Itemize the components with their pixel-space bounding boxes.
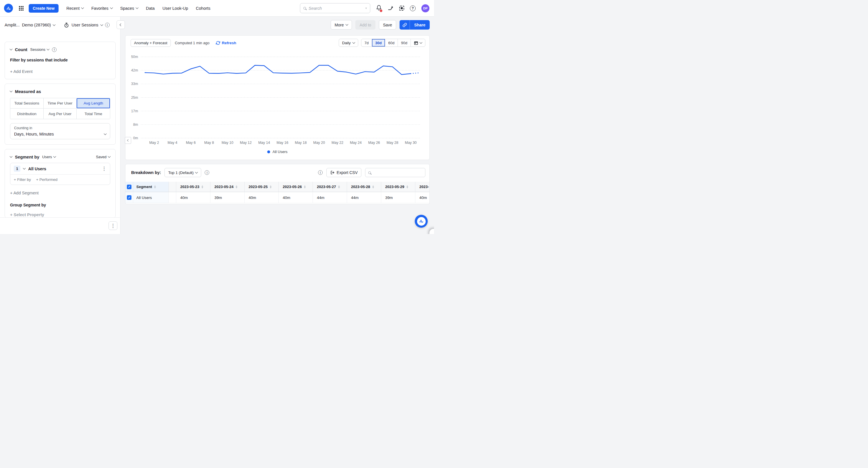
table-header-row: ✓ Segment 2023-05-23 2023-05-24 2023-05-… — [125, 182, 429, 192]
nav-item-recent[interactable]: Recent — [66, 6, 84, 11]
add-to-button[interactable]: Add to — [355, 20, 375, 30]
copy-link-button[interactable] — [400, 20, 410, 30]
breakdown-table: ✓ Segment 2023-05-23 2023-05-24 2023-05-… — [125, 182, 429, 203]
amplitude-assistant-button[interactable] — [415, 215, 428, 228]
date-column-header[interactable]: 2023-05-29 — [381, 182, 415, 192]
info-icon[interactable]: i — [105, 23, 110, 27]
row-segment-cell[interactable]: All Users — [133, 192, 169, 203]
share-button[interactable]: Share — [410, 20, 430, 30]
collapse-sidebar-button[interactable] — [117, 21, 125, 29]
counting-in-select[interactable]: Counting in Days, Hours, Minutes — [10, 123, 110, 139]
search-icon — [368, 171, 371, 174]
sort-icon[interactable] — [154, 185, 156, 188]
custom-date-button[interactable] — [410, 39, 425, 46]
project-name[interactable]: Demo (287960) — [22, 23, 51, 27]
nav-item-user-lookup[interactable]: User Look-Up — [162, 6, 188, 11]
performed-button[interactable]: + Performed — [36, 178, 58, 182]
add-segment-button[interactable]: + Add Segment — [10, 191, 110, 195]
breakdown-selector[interactable]: Top 1 (Default) — [164, 168, 202, 177]
breakdown-header: Breakdown by: Top 1 (Default) i i Export… — [125, 164, 429, 177]
chevron-down-icon[interactable] — [100, 23, 103, 26]
date-column-header[interactable]: 2023-05-26 — [279, 182, 313, 192]
chevron-down-icon — [420, 41, 423, 44]
legend-label[interactable]: All Users — [272, 150, 287, 154]
nav-item-spaces[interactable]: Spaces — [120, 6, 138, 11]
range-90d[interactable]: 90d — [398, 39, 410, 46]
org-name[interactable]: Amplit... — [5, 23, 20, 27]
sidebar-more-button[interactable]: ⋮ — [108, 221, 117, 230]
sort-icon[interactable] — [304, 185, 306, 188]
collapse-section-icon[interactable] — [10, 155, 12, 158]
info-icon[interactable]: i — [52, 48, 57, 52]
search-input[interactable] — [309, 6, 363, 11]
measure-total-time[interactable]: Total Time — [76, 108, 110, 119]
count-event-dropdown[interactable]: Sessions — [30, 48, 49, 52]
chevron-down-icon[interactable] — [23, 167, 26, 170]
sort-icon[interactable] — [372, 185, 374, 188]
filter-funnel-icon[interactable] — [365, 6, 367, 11]
select-all-checkbox[interactable]: ✓ — [127, 185, 131, 189]
saved-dropdown[interactable]: Saved — [96, 155, 110, 159]
date-column-header[interactable]: 2023-05-23 — [176, 182, 210, 192]
collapse-panel-button[interactable] — [125, 137, 131, 144]
sort-icon[interactable] — [338, 185, 340, 188]
date-column-header[interactable]: 2023-05-25 — [245, 182, 279, 192]
range-60d[interactable]: 60d — [385, 39, 398, 46]
measure-avg-length[interactable]: Avg Length — [76, 98, 110, 108]
info-icon[interactable]: i — [205, 170, 209, 175]
more-button[interactable]: More — [331, 20, 352, 30]
segment-index[interactable]: 1 — [14, 166, 20, 172]
avatar[interactable]: DP — [422, 4, 429, 12]
sort-icon[interactable] — [406, 185, 408, 188]
date-column-header[interactable]: 2023-05-24 — [210, 182, 245, 192]
notifications-button[interactable] — [376, 5, 382, 12]
collapse-section-icon[interactable] — [10, 90, 12, 92]
date-column-header[interactable]: 2023-05-27 — [313, 182, 347, 192]
info-icon[interactable]: i — [318, 170, 322, 175]
range-7d[interactable]: 7d — [361, 39, 372, 46]
row-checkbox[interactable]: ✓ — [127, 195, 131, 200]
amplitude-logo[interactable] — [4, 4, 13, 12]
granularity-dropdown[interactable]: Daily — [339, 39, 358, 47]
svg-text:25m: 25m — [131, 96, 138, 100]
nav-item-favorites[interactable]: Favorites — [91, 6, 113, 11]
chevron-down-icon[interactable] — [53, 23, 56, 26]
segment-column-header[interactable]: Segment — [133, 182, 169, 192]
range-30d[interactable]: 30d — [372, 39, 384, 46]
measure-total-sessions[interactable]: Total Sessions — [10, 98, 43, 108]
chart-title[interactable]: User Sessions — [71, 23, 98, 27]
date-column-header[interactable]: 2023-05-28 — [347, 182, 381, 192]
breakdown-search-input[interactable] — [373, 170, 424, 175]
nav-item-data[interactable]: Data — [146, 6, 155, 11]
segment-type-dropdown[interactable]: Users — [42, 155, 56, 159]
nav-item-cohorts[interactable]: Cohorts — [196, 6, 210, 11]
segment-name[interactable]: All Users — [28, 166, 46, 171]
date-column-header[interactable]: 2023- — [415, 182, 430, 192]
svg-text:May 26: May 26 — [368, 141, 380, 145]
export-csv-button[interactable]: Export CSV — [327, 168, 361, 177]
svg-text:May 30: May 30 — [405, 141, 417, 145]
journeys-icon[interactable] — [388, 5, 394, 11]
create-new-button[interactable]: Create New — [29, 4, 59, 12]
collapse-section-icon[interactable] — [10, 48, 12, 51]
amplitude-logo — [417, 217, 426, 226]
value-cell: 39m — [210, 192, 245, 203]
anomaly-forecast-button[interactable]: Anomaly + Forecast — [131, 39, 171, 47]
help-icon[interactable]: ? — [410, 5, 415, 11]
add-event-button[interactable]: + Add Event — [10, 69, 110, 74]
refresh-button[interactable]: Refresh — [216, 41, 236, 45]
app-grid-icon[interactable] — [19, 6, 24, 11]
frame-select-icon[interactable] — [399, 6, 404, 11]
svg-text:17m: 17m — [131, 109, 138, 113]
sort-icon[interactable] — [270, 185, 272, 188]
measure-time-per-user[interactable]: Time Per User — [43, 98, 77, 108]
sessions-line-chart[interactable]: 50m42m33m25m17m8m0mMay 2May 4May 6May 8M… — [125, 53, 429, 148]
segment-menu-button[interactable]: ⋮ — [102, 166, 106, 171]
filter-by-button[interactable]: + Filter by — [14, 178, 31, 182]
save-button[interactable]: Save — [379, 20, 396, 30]
measure-avg-per-user[interactable]: Avg Per User — [43, 108, 77, 119]
sort-icon[interactable] — [236, 185, 237, 188]
measure-distribution[interactable]: Distribution — [10, 108, 43, 119]
select-property-button[interactable]: + Select Property — [10, 213, 110, 217]
sort-icon[interactable] — [202, 185, 203, 188]
